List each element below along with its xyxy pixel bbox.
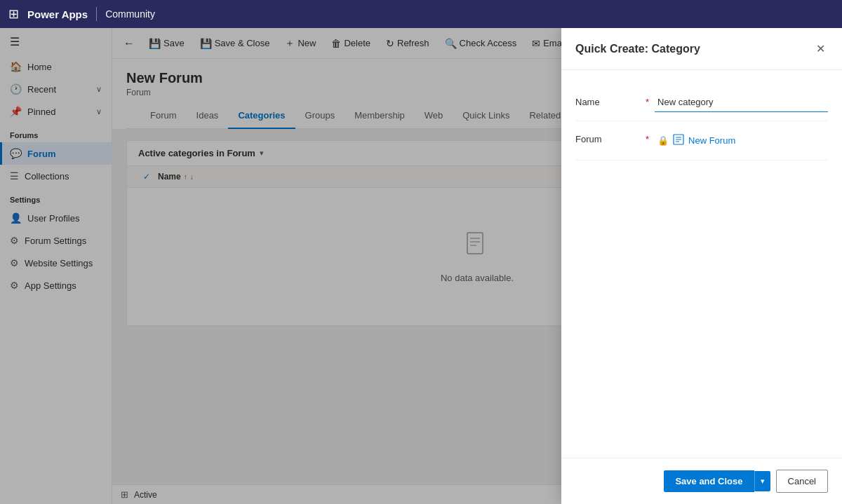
qc-header: Quick Create: Category ✕: [561, 28, 842, 70]
qc-field-forum: Forum * 🔒 New Forum: [575, 121, 828, 161]
qc-forum-label: Forum: [575, 130, 646, 144]
top-bar-divider: [96, 7, 97, 21]
qc-forum-required: *: [646, 130, 649, 144]
module-name: Community: [105, 8, 155, 20]
grid-icon[interactable]: ⊞: [8, 6, 19, 22]
qc-name-value: [655, 93, 828, 112]
forum-ref-icon: [673, 134, 684, 147]
qc-name-required: *: [646, 93, 649, 107]
qc-forum-value: 🔒 New Forum: [655, 130, 828, 151]
qc-footer: Save and Close ▾ Cancel: [561, 458, 842, 504]
qc-forum-link[interactable]: New Forum: [688, 135, 735, 146]
top-bar: ⊞ Power Apps Community: [0, 0, 842, 28]
main-layout: ☰ 🏠 Home 🕐 Recent ∨ 📌 Pinned ∨ Forums 💬 …: [0, 28, 842, 504]
qc-name-input[interactable]: [655, 93, 828, 112]
qc-save-close-button[interactable]: Save and Close: [664, 470, 754, 492]
qc-close-button[interactable]: ✕: [813, 39, 828, 58]
qc-title: Quick Create: Category: [575, 43, 700, 55]
qc-field-name: Name *: [575, 84, 828, 121]
quick-create-panel: Quick Create: Category ✕ Name * Forum * …: [561, 28, 842, 504]
qc-cancel-button[interactable]: Cancel: [776, 470, 828, 493]
qc-body: Name * Forum * 🔒: [561, 70, 842, 458]
qc-name-label: Name: [575, 93, 646, 107]
app-name: Power Apps: [27, 8, 88, 20]
qc-save-dropdown-button[interactable]: ▾: [754, 471, 770, 491]
waffle-icon: ⊞: [8, 6, 19, 22]
lock-icon: 🔒: [657, 135, 669, 146]
